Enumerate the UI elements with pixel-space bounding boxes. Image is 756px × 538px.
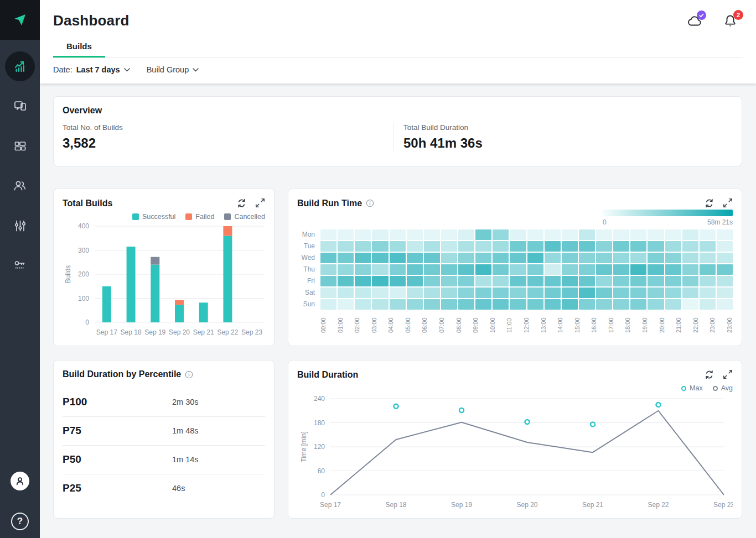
heatmap-cell[interactable]	[390, 276, 406, 286]
heatmap-cell[interactable]	[320, 229, 336, 240]
heatmap-cell[interactable]	[475, 229, 491, 240]
heatmap-cell[interactable]	[338, 229, 354, 240]
heatmap-cell[interactable]	[407, 299, 423, 310]
heatmap-cell[interactable]	[458, 253, 474, 263]
heatmap-cell[interactable]	[630, 253, 646, 263]
heatmap-cell[interactable]	[545, 241, 561, 252]
heatmap-cell[interactable]	[717, 288, 733, 298]
heatmap-cell[interactable]	[665, 288, 681, 298]
heatmap-cell[interactable]	[407, 264, 423, 275]
heatmap-cell[interactable]	[527, 288, 543, 298]
bar-segment-successful[interactable]	[223, 236, 232, 322]
bar-segment-failed[interactable]	[223, 226, 232, 236]
heatmap-cell[interactable]	[510, 299, 526, 310]
heatmap-cell[interactable]	[475, 241, 491, 252]
heatmap-cell[interactable]	[545, 229, 561, 240]
heatmap-cell[interactable]	[562, 229, 578, 240]
heatmap-cell[interactable]	[441, 299, 457, 310]
heatmap-cell[interactable]	[630, 276, 646, 286]
heatmap-cell[interactable]	[338, 253, 354, 263]
heatmap-cell[interactable]	[390, 264, 406, 275]
heatmap-cell[interactable]	[545, 299, 561, 310]
help-button[interactable]: ?	[11, 513, 29, 530]
heatmap-cell[interactable]	[475, 264, 491, 275]
heatmap-cell[interactable]	[320, 299, 336, 310]
account-avatar[interactable]	[11, 472, 29, 490]
heatmap-cell[interactable]	[510, 276, 526, 286]
heatmap-cell[interactable]	[562, 253, 578, 263]
heatmap-cell[interactable]	[390, 253, 406, 263]
heatmap-cell[interactable]	[458, 264, 474, 275]
heatmap-cell[interactable]	[424, 241, 440, 252]
expand-icon[interactable]	[723, 369, 733, 380]
heatmap-cell[interactable]	[630, 288, 646, 298]
date-filter-dropdown[interactable]: Date: Last 7 days	[53, 65, 130, 74]
bar-segment-successful[interactable]	[175, 305, 184, 322]
heatmap-cell[interactable]	[648, 264, 664, 275]
sidebar-item-team[interactable]	[0, 166, 40, 206]
heatmap-cell[interactable]	[372, 288, 388, 298]
bar-segment-successful[interactable]	[127, 247, 136, 322]
sidebar-item-controls[interactable]	[0, 206, 40, 246]
expand-icon[interactable]	[723, 198, 733, 208]
heatmap-cell[interactable]	[717, 276, 733, 286]
heatmap-cell[interactable]	[596, 253, 612, 263]
heatmap-cell[interactable]	[527, 299, 543, 310]
heatmap-cell[interactable]	[579, 253, 595, 263]
heatmap-cell[interactable]	[372, 276, 388, 286]
heatmap-cell[interactable]	[424, 253, 440, 263]
legend-item-failed[interactable]: Failed	[185, 213, 214, 221]
heatmap-cell[interactable]	[665, 264, 681, 275]
heatmap-cell[interactable]	[493, 276, 509, 286]
heatmap-cell[interactable]	[545, 288, 561, 298]
heatmap-cell[interactable]	[579, 299, 595, 310]
heatmap-cell[interactable]	[441, 288, 457, 298]
heatmap-cell[interactable]	[338, 299, 354, 310]
heatmap-cell[interactable]	[579, 229, 595, 240]
heatmap-cell[interactable]	[390, 288, 406, 298]
heatmap-cell[interactable]	[475, 253, 491, 263]
heatmap-cell[interactable]	[562, 241, 578, 252]
max-point[interactable]	[459, 408, 464, 412]
heatmap-cell[interactable]	[475, 299, 491, 310]
heatmap-cell[interactable]	[527, 229, 543, 240]
heatmap-cell[interactable]	[545, 276, 561, 286]
heatmap-cell[interactable]	[630, 241, 646, 252]
heatmap-cell[interactable]	[579, 264, 595, 275]
heatmap-cell[interactable]	[665, 241, 681, 252]
legend-item-max[interactable]: Max	[681, 384, 703, 392]
heatmap-cell[interactable]	[682, 288, 698, 298]
heatmap-cell[interactable]	[682, 241, 698, 252]
heatmap-cell[interactable]	[510, 241, 526, 252]
heatmap-cell[interactable]	[527, 253, 543, 263]
heatmap-cell[interactable]	[682, 276, 698, 286]
heatmap-cell[interactable]	[562, 276, 578, 286]
heatmap-cell[interactable]	[700, 241, 716, 252]
heatmap-cell[interactable]	[493, 241, 509, 252]
heatmap-cell[interactable]	[458, 229, 474, 240]
refresh-icon[interactable]	[704, 369, 714, 380]
heatmap-cell[interactable]	[630, 264, 646, 275]
heatmap-cell[interactable]	[355, 276, 371, 286]
heatmap-cell[interactable]	[458, 299, 474, 310]
heatmap-cell[interactable]	[407, 241, 423, 252]
heatmap-cell[interactable]	[355, 241, 371, 252]
heatmap-cell[interactable]	[648, 276, 664, 286]
heatmap-cell[interactable]	[320, 241, 336, 252]
heatmap-cell[interactable]	[527, 241, 543, 252]
heatmap-cell[interactable]	[700, 264, 716, 275]
heatmap-cell[interactable]	[579, 288, 595, 298]
refresh-icon[interactable]	[704, 198, 714, 208]
heatmap-cell[interactable]	[596, 288, 612, 298]
heatmap-cell[interactable]	[717, 299, 733, 310]
bar-segment-cancelled[interactable]	[151, 257, 159, 265]
heatmap-cell[interactable]	[596, 229, 612, 240]
heatmap-cell[interactable]	[717, 253, 733, 263]
heatmap-cell[interactable]	[458, 241, 474, 252]
heatmap-cell[interactable]	[717, 229, 733, 240]
max-point[interactable]	[591, 422, 595, 426]
build-group-dropdown[interactable]: Build Group	[147, 65, 199, 74]
heatmap-cell[interactable]	[613, 229, 629, 240]
heatmap-cell[interactable]	[372, 241, 388, 252]
heatmap-cell[interactable]	[613, 288, 629, 298]
